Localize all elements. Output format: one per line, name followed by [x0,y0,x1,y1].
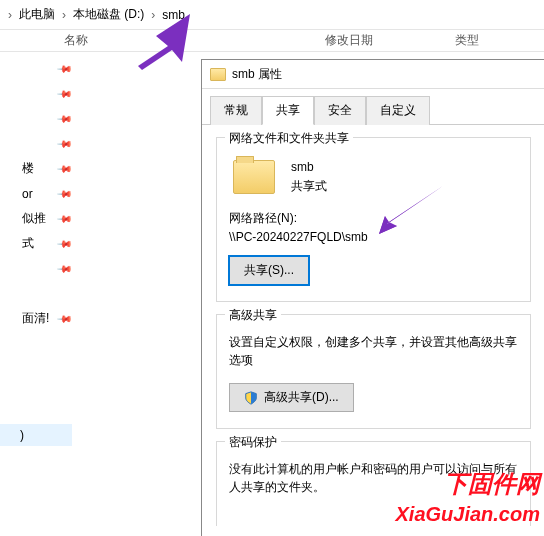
breadcrumb-seg[interactable]: 本地磁盘 (D:) [68,2,149,27]
pin-icon: 📌 [57,260,73,276]
advanced-share-button[interactable]: 高级共享(D)... [229,383,354,412]
address-bar[interactable]: › 此电脑 › 本地磁盘 (D:) › smb [0,0,544,30]
chevron-right-icon: › [60,8,68,22]
tree-item[interactable]: 📌 [2,256,77,281]
tab-custom[interactable]: 自定义 [366,96,430,125]
tree-item[interactable]: 📌 [2,56,77,81]
pin-icon: 📌 [57,85,73,101]
properties-dialog: smb 属性 常规 共享 安全 自定义 网络文件和文件夹共享 smb 共享式 网… [201,59,544,536]
column-header-row: 名称 修改日期 类型 [0,30,544,52]
pin-icon: 📌 [57,60,73,76]
pin-icon: 📌 [57,310,73,326]
tree-item[interactable]: 📌 [2,106,77,131]
column-name[interactable]: 名称 [0,32,325,49]
group-network-share: 网络文件和文件夹共享 smb 共享式 网络路径(N): \\PC-2024022… [216,137,531,302]
group-legend: 网络文件和文件夹共享 [225,130,353,147]
column-date[interactable]: 修改日期 [325,32,455,49]
dialog-title: smb 属性 [232,66,282,83]
group-legend: 密码保护 [225,434,281,451]
tree-item[interactable]: 楼📌 [2,156,77,181]
share-status: 共享式 [291,177,327,196]
dialog-titlebar[interactable]: smb 属性 [202,60,544,89]
breadcrumb-seg[interactable]: 此电脑 [14,2,60,27]
breadcrumb-label: 本地磁盘 (D:) [73,6,144,23]
tree-item-selected[interactable]: ) [0,424,72,446]
tree-item[interactable]: 似推📌 [2,206,77,231]
advanced-share-label: 高级共享(D)... [264,389,339,406]
nav-tree: 📌 📌 📌 📌 楼📌 or📌 似推📌 式📌 📌 面清!📌 [2,56,77,331]
column-type[interactable]: 类型 [455,32,535,49]
folder-icon [210,68,226,81]
tree-item[interactable]: 📌 [2,81,77,106]
tree-item[interactable]: 式📌 [2,231,77,256]
breadcrumb-label: 此电脑 [19,6,55,23]
breadcrumb-label: smb [162,8,185,22]
share-button[interactable]: 共享(S)... [229,256,309,285]
shield-icon [244,391,258,405]
folder-icon [233,160,275,194]
advanced-share-text: 设置自定义权限，创建多个共享，并设置其他高级共享选项 [229,333,518,369]
pin-icon: 📌 [57,110,73,126]
tab-general[interactable]: 常规 [210,96,262,125]
pin-icon: 📌 [57,235,73,251]
tree-item[interactable]: or📌 [2,181,77,206]
chevron-right-icon: › [149,8,157,22]
tab-security[interactable]: 安全 [314,96,366,125]
network-path-value: \\PC-20240227FQLD\smb [229,230,518,244]
share-name: smb [291,158,327,177]
pin-icon: 📌 [57,160,73,176]
pin-icon: 📌 [57,135,73,151]
pin-icon: 📌 [57,185,73,201]
tab-panel-sharing: 网络文件和文件夹共享 smb 共享式 网络路径(N): \\PC-2024022… [202,125,544,536]
password-protect-text: 没有此计算机的用户帐户和密码的用户可以访问与所有人共享的文件夹。 [229,460,518,496]
group-advanced-share: 高级共享 设置自定义权限，创建多个共享，并设置其他高级共享选项 高级共享(D).… [216,314,531,429]
chevron-right-icon: › [6,8,14,22]
breadcrumb-seg[interactable]: smb [157,4,190,26]
network-path-label: 网络路径(N): [229,210,518,227]
tree-item[interactable]: 面清!📌 [2,306,77,331]
tab-strip: 常规 共享 安全 自定义 [202,89,544,125]
explorer-window: › 此电脑 › 本地磁盘 (D:) › smb 名称 修改日期 类型 📌 📌 📌… [0,0,544,536]
group-legend: 高级共享 [225,307,281,324]
group-password-protect: 密码保护 没有此计算机的用户帐户和密码的用户可以访问与所有人共享的文件夹。 [216,441,531,526]
tab-sharing[interactable]: 共享 [262,96,314,125]
tree-item[interactable]: 📌 [2,131,77,156]
pin-icon: 📌 [57,210,73,226]
